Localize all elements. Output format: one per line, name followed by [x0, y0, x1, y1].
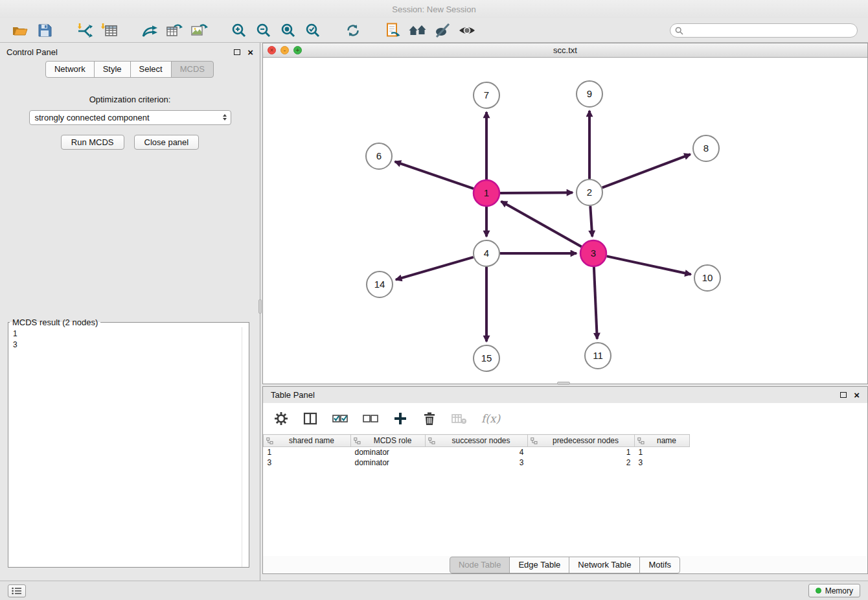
table-settings-button[interactable] [273, 411, 289, 426]
graphics-details-button[interactable] [430, 20, 455, 41]
graph-node-9[interactable]: 9 [577, 81, 602, 107]
select-all-icon [332, 411, 348, 426]
graph-edge-3-1[interactable] [501, 202, 582, 247]
graph-node-15[interactable]: 15 [474, 345, 499, 371]
import-network-button[interactable] [73, 20, 97, 41]
close-panel-icon[interactable] [247, 47, 253, 57]
graph-edge-4-14[interactable] [396, 257, 474, 280]
memory-button[interactable]: Memory [808, 584, 860, 597]
close-panel-button[interactable]: Close panel [134, 135, 200, 150]
panel-menu-button[interactable] [8, 584, 26, 597]
cell-name[interactable]: 1 [635, 447, 690, 457]
maximize-window-button[interactable] [293, 46, 302, 54]
home-button[interactable] [405, 20, 430, 41]
home-icon [408, 22, 428, 39]
cell-predecessor-nodes[interactable]: 1 [528, 447, 635, 457]
cell-mcds-role[interactable]: dominator [351, 457, 426, 468]
column-header-shared-name[interactable]: shared name [264, 435, 351, 447]
select-all-columns-button[interactable] [332, 411, 348, 426]
graph-node-1[interactable]: 1 [474, 180, 499, 206]
graph-edge-3-10[interactable] [607, 256, 691, 274]
zoom-fit-button[interactable] [276, 20, 301, 41]
graph-node-2[interactable]: 2 [577, 179, 602, 205]
add-column-button[interactable] [393, 411, 408, 426]
cell-successor-nodes[interactable]: 4 [426, 447, 528, 457]
tab-style[interactable]: Style [94, 61, 131, 78]
graph-node-4[interactable]: 4 [474, 240, 499, 266]
panel-splitter-vertical[interactable] [258, 299, 262, 314]
restore-columns-button[interactable] [451, 411, 468, 426]
table-row[interactable]: 1dominator411 [264, 447, 868, 457]
search-input[interactable] [670, 23, 858, 38]
row-filler [690, 457, 868, 468]
network-canvas[interactable]: 7968124314101511 [263, 58, 867, 384]
export-table-button[interactable] [162, 20, 187, 41]
graph-node-3[interactable]: 3 [580, 240, 606, 266]
cell-name[interactable]: 3 [635, 457, 690, 468]
export-image-button[interactable] [187, 20, 211, 41]
minimize-window-button[interactable] [280, 46, 289, 54]
graph-node-7[interactable]: 7 [474, 82, 499, 108]
export-document-button[interactable] [381, 20, 405, 41]
export-image-icon [190, 22, 208, 39]
result-scrollbar[interactable] [242, 327, 249, 567]
table-tab-network-table[interactable]: Network Table [569, 557, 640, 573]
float-panel-icon[interactable] [234, 49, 240, 55]
graph-edge-1-2[interactable] [500, 192, 573, 193]
criterion-dropdown[interactable]: strongly connected component [29, 110, 231, 125]
delete-columns-button[interactable] [422, 411, 437, 426]
float-table-panel-icon[interactable] [840, 392, 847, 398]
table-row[interactable]: 3dominator323 [264, 457, 868, 468]
export-table-icon [165, 22, 183, 39]
column-header-successor-nodes[interactable]: successor nodes [426, 435, 528, 447]
svg-text:8: 8 [703, 143, 709, 154]
zoom-in-button[interactable] [227, 20, 251, 41]
graph-edge-3-11[interactable] [594, 267, 597, 339]
graph-node-8[interactable]: 8 [693, 135, 719, 161]
gear-icon [273, 411, 289, 426]
column-header-predecessor-nodes[interactable]: predecessor nodes [528, 435, 635, 447]
cell-predecessor-nodes[interactable]: 2 [528, 457, 635, 468]
tab-network[interactable]: Network [45, 61, 95, 78]
open-session-button[interactable] [8, 20, 32, 41]
run-mcds-button[interactable]: Run MCDS [61, 135, 124, 150]
table-tab-motifs[interactable]: Motifs [639, 557, 680, 573]
table-tab-edge-table[interactable]: Edge Table [509, 557, 569, 573]
tab-mcds[interactable]: MCDS [171, 61, 214, 78]
deselect-all-columns-button[interactable] [362, 411, 379, 426]
network-graph[interactable]: 7968124314101511 [263, 58, 867, 384]
cell-shared-name[interactable]: 1 [264, 447, 351, 457]
show-hide-button[interactable] [455, 20, 479, 41]
refresh-button[interactable] [341, 20, 365, 41]
cell-mcds-role[interactable]: dominator [351, 447, 426, 457]
import-table-button[interactable] [97, 20, 122, 41]
graph-edge-1-6[interactable] [395, 161, 474, 189]
close-table-panel-icon[interactable] [854, 390, 860, 400]
table-tabs: Node TableEdge TableNetwork TableMotifs [263, 556, 867, 573]
graph-node-11[interactable]: 11 [585, 343, 611, 369]
network-window-titlebar: scc.txt [263, 43, 867, 58]
apply-function-button[interactable]: f(x) [481, 412, 500, 425]
graph-edge-2-8[interactable] [602, 154, 691, 187]
graph-edge-2-3[interactable] [590, 206, 592, 237]
panel-splitter-horizontal[interactable] [557, 382, 570, 385]
column-tree-icon [531, 437, 538, 444]
column-header-mcds-role[interactable]: MCDS role [351, 435, 426, 447]
export-network-button[interactable] [137, 20, 162, 41]
cell-successor-nodes[interactable]: 3 [426, 457, 528, 468]
graph-node-6[interactable]: 6 [366, 143, 392, 169]
column-header-name[interactable]: name [635, 435, 690, 447]
memory-label: Memory [825, 586, 853, 595]
zoom-selected-button[interactable] [301, 20, 325, 41]
tab-select[interactable]: Select [130, 61, 172, 78]
graph-node-14[interactable]: 14 [367, 271, 393, 297]
cell-shared-name[interactable]: 3 [264, 457, 351, 468]
split-columns-button[interactable] [303, 411, 318, 426]
graph-node-10[interactable]: 10 [694, 265, 720, 291]
zoom-out-button[interactable] [251, 20, 276, 41]
table-tab-node-table[interactable]: Node Table [450, 557, 510, 573]
save-session-button[interactable] [32, 20, 57, 41]
memory-status-icon [816, 588, 821, 594]
close-window-button[interactable] [268, 46, 276, 54]
import-table-icon [100, 22, 119, 39]
